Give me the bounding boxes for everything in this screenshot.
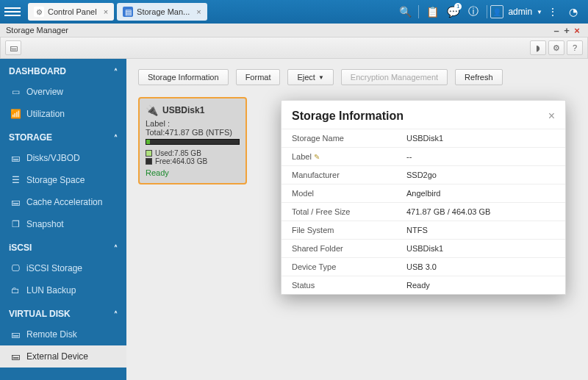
content-area: Storage Information Format Eject▼ Encryp… xyxy=(126,59,588,380)
info-value: USBDisk1 xyxy=(406,244,555,253)
app-tab-icon: ⚙ xyxy=(34,7,44,17)
sidebar-section-header[interactable]: iSCSI˄ xyxy=(0,235,126,257)
tab-close-icon[interactable]: × xyxy=(196,7,201,16)
chevron-down-icon: ▼ xyxy=(537,9,542,15)
window-body: DASHBOARD˄▭Overview📶UtilizationSTORAGE˄🖴… xyxy=(0,59,588,380)
sidebar-item-label: Remote Disk xyxy=(26,329,77,340)
sidebar-item-icon: 🗀 xyxy=(10,285,21,295)
refresh-button[interactable]: Refresh xyxy=(455,69,503,85)
system-topbar: ⚙Control Panel×▤Storage Man...× 🔍 📋 💬1 ⓘ… xyxy=(0,0,588,24)
storage-information-dialog: Storage Information × Storage NameUSBDis… xyxy=(281,100,566,295)
chevron-up-icon: ˄ xyxy=(114,244,118,252)
window-minimize-button[interactable]: – xyxy=(551,25,562,36)
header-action-icon[interactable]: ◗ xyxy=(530,40,546,55)
sidebar-item[interactable]: 🖴Remote Disk xyxy=(0,323,126,345)
info-key: Shared Folder xyxy=(292,244,406,253)
info-icon[interactable]: ⓘ xyxy=(463,1,484,22)
notification-icon[interactable]: 💬1 xyxy=(442,1,463,22)
disk-total-line: Total:471.87 GB (NTFS) xyxy=(146,128,240,137)
sidebar-item[interactable]: 🖴External Device xyxy=(0,345,126,368)
sidebar-item-label: Disks/VJBOD xyxy=(26,153,80,163)
sidebar-item-icon: 🖴 xyxy=(10,351,21,362)
dialog-title: Storage Information xyxy=(292,110,404,123)
app-tab[interactable]: ⚙Control Panel× xyxy=(28,3,114,21)
sidebar-item-icon: ❒ xyxy=(10,219,21,229)
eject-button[interactable]: Eject▼ xyxy=(287,69,333,85)
info-row: ModelAngelbird xyxy=(282,184,565,202)
menu-icon[interactable] xyxy=(4,4,21,20)
sidebar-item[interactable]: 🗀LUN Backup xyxy=(0,279,126,301)
info-row: Storage NameUSBDisk1 xyxy=(282,129,565,147)
sidebar-item-label: LUN Backup xyxy=(26,285,76,295)
sidebar-item-icon: 🖴 xyxy=(10,329,21,340)
app-tab-label: Control Panel xyxy=(48,7,97,16)
storage-information-button[interactable]: Storage Information xyxy=(138,69,229,85)
sidebar-item[interactable]: ❒Snapshot xyxy=(0,213,126,235)
sidebar-item-label: Storage Space xyxy=(26,175,85,185)
sidebar-item[interactable]: 📶Utilization xyxy=(0,103,126,125)
usage-bar xyxy=(146,139,240,145)
info-row: Device TypeUSB 3.0 xyxy=(282,257,565,276)
search-icon[interactable]: 🔍 xyxy=(395,1,415,22)
sidebar-item-icon: 📶 xyxy=(10,109,21,119)
sidebar-item-icon: 🖵 xyxy=(10,263,21,273)
info-value: -- xyxy=(406,152,555,161)
info-value: USB 3.0 xyxy=(406,262,555,271)
legend-free-swatch xyxy=(146,158,152,165)
sidebar-item-icon: 🖴 xyxy=(10,153,21,163)
sidebar-item-label: External Device xyxy=(26,351,88,362)
sidebar: DASHBOARD˄▭Overview📶UtilizationSTORAGE˄🖴… xyxy=(0,59,126,380)
sidebar-item[interactable]: ▭Overview xyxy=(0,81,126,103)
window-maximize-button[interactable]: + xyxy=(562,25,572,36)
sidebar-section-header[interactable]: VIRTUAL DISK˄ xyxy=(0,301,126,323)
clipboard-icon[interactable]: 📋 xyxy=(422,1,442,22)
info-value: Angelbird xyxy=(406,189,555,198)
disk-status: Ready xyxy=(146,168,240,177)
info-row: Shared FolderUSBDisk1 xyxy=(282,239,565,257)
format-button[interactable]: Format xyxy=(236,69,281,85)
info-key: Model xyxy=(292,189,406,198)
disk-name: USBDisk1 xyxy=(162,105,204,115)
sidebar-item-label: Overview xyxy=(26,87,63,97)
edit-label-icon[interactable]: ✎ xyxy=(314,153,320,161)
sidebar-section-label: VIRTUAL DISK xyxy=(9,309,71,319)
sidebar-section-label: iSCSI xyxy=(9,243,32,253)
chevron-up-icon: ˄ xyxy=(114,68,118,76)
help-icon[interactable]: ? xyxy=(567,40,583,55)
sidebar-section-label: DASHBOARD xyxy=(9,66,66,76)
sidebar-item-icon: 🖴 xyxy=(10,197,21,207)
dialog-close-button[interactable]: × xyxy=(548,110,555,123)
dashboard-gauge-icon[interactable]: ◔ xyxy=(563,1,584,22)
sidebar-item[interactable]: 🖵iSCSI Storage xyxy=(0,257,126,279)
app-icon-button[interactable]: 🖴 xyxy=(5,40,21,55)
sidebar-item-label: iSCSI Storage xyxy=(26,263,82,273)
info-row: Label✎-- xyxy=(282,147,565,165)
app-tab[interactable]: ▤Storage Man...× xyxy=(117,3,207,21)
app-tab-label: Storage Man... xyxy=(137,7,190,16)
sidebar-item[interactable]: 🖴Disks/VJBOD xyxy=(0,147,126,169)
info-value: NTFS xyxy=(406,226,555,234)
app-tabs: ⚙Control Panel×▤Storage Man...× xyxy=(28,3,210,21)
info-key: Label✎ xyxy=(292,152,406,161)
sidebar-item-label: Snapshot xyxy=(26,219,64,229)
sidebar-section-header[interactable]: DASHBOARD˄ xyxy=(0,59,126,81)
settings-icon[interactable]: ⚙ xyxy=(548,40,564,55)
more-icon[interactable]: ⋮ xyxy=(542,1,563,22)
encryption-management-button: Encryption Management xyxy=(341,69,448,85)
sidebar-item-icon: ▭ xyxy=(10,87,21,97)
window-close-button[interactable]: × xyxy=(572,25,582,36)
content-toolbar: Storage Information Format Eject▼ Encryp… xyxy=(138,69,576,85)
user-avatar-icon: 👤 xyxy=(490,5,503,18)
info-key: File System xyxy=(292,226,406,234)
disk-card[interactable]: 🔌USBDisk1 Label : Total:471.87 GB (NTFS)… xyxy=(138,97,247,184)
sidebar-section-header[interactable]: STORAGE˄ xyxy=(0,125,126,147)
sidebar-item[interactable]: ☰Storage Space xyxy=(0,169,126,191)
user-menu[interactable]: 👤 admin ▼ xyxy=(490,5,542,18)
sidebar-item[interactable]: 🖴Cache Acceleration xyxy=(0,191,126,213)
info-value: SSD2go xyxy=(406,171,555,179)
tab-close-icon[interactable]: × xyxy=(104,7,108,16)
sidebar-item-label: Utilization xyxy=(26,109,65,119)
info-value: USBDisk1 xyxy=(406,134,555,143)
sidebar-section-label: STORAGE xyxy=(9,132,52,143)
info-key: Status xyxy=(292,281,406,290)
